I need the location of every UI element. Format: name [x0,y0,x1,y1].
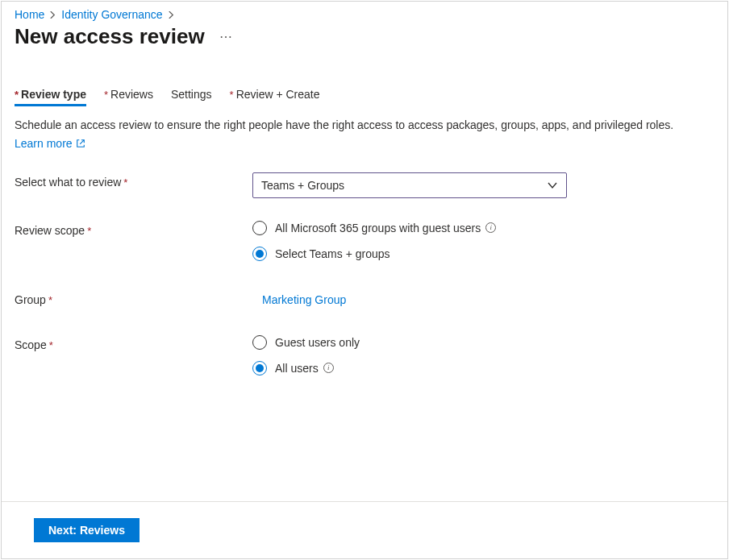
radio-icon [252,361,267,375]
footer-bar: Next: Reviews [2,501,727,558]
chevron-right-icon [49,8,56,21]
info-icon[interactable]: i [323,363,334,373]
label-select-what-to-review: Select what to review* [15,172,252,189]
required-indicator: * [104,89,108,101]
learn-more-link[interactable]: Learn more [15,137,85,150]
learn-more-label: Learn more [15,137,73,150]
page-title: New access review [15,24,205,49]
radio-all-users[interactable]: All users i [252,361,360,375]
radio-label-text: All users [275,362,319,375]
select-value: Teams + Groups [261,179,344,192]
radio-icon [252,247,267,261]
radio-icon [252,335,267,350]
intro-text: Schedule an access review to ensure the … [15,118,714,134]
tab-settings[interactable]: Settings [171,85,212,106]
label-scope: Scope* [15,335,252,351]
info-icon[interactable]: i [485,222,496,233]
tab-review-type[interactable]: * Review type [15,85,86,106]
required-indicator: * [49,339,53,351]
group-selection-link[interactable]: Marketing Group [252,290,346,306]
label-review-scope: Review scope* [15,221,252,237]
chevron-down-icon [547,180,558,191]
required-indicator: * [48,294,52,306]
more-actions-button[interactable]: ⋯ [219,29,233,44]
radio-all-m365-groups[interactable]: All Microsoft 365 groups with guest user… [252,221,496,235]
radio-label-text: All Microsoft 365 groups with guest user… [275,222,481,234]
tab-bar: * Review type * Reviews Settings * Revie… [15,85,714,106]
required-indicator: * [15,89,19,101]
radio-label-text: Select Teams + groups [275,247,390,260]
required-indicator: * [87,225,91,237]
tab-label: Reviews [110,88,153,101]
radio-label-text: Guest users only [275,336,360,349]
external-link-icon [76,139,85,148]
select-what-to-review-dropdown[interactable]: Teams + Groups [252,172,567,198]
breadcrumb-identity-governance[interactable]: Identity Governance [61,8,162,21]
radio-icon [252,221,267,235]
next-reviews-button[interactable]: Next: Reviews [34,518,140,542]
breadcrumb-home[interactable]: Home [15,8,44,21]
label-group: Group* [15,290,252,306]
tab-review-create[interactable]: * Review + Create [230,85,320,106]
radio-select-teams-groups[interactable]: Select Teams + groups [252,247,496,261]
required-indicator: * [123,176,127,189]
tab-label: Review type [21,88,86,101]
required-indicator: * [230,89,234,101]
breadcrumb: Home Identity Governance [2,2,727,21]
chevron-right-icon [168,8,175,21]
tab-label: Review + Create [236,88,320,101]
radio-guest-users-only[interactable]: Guest users only [252,335,360,350]
tab-label: Settings [171,88,212,101]
tab-reviews[interactable]: * Reviews [104,85,153,106]
